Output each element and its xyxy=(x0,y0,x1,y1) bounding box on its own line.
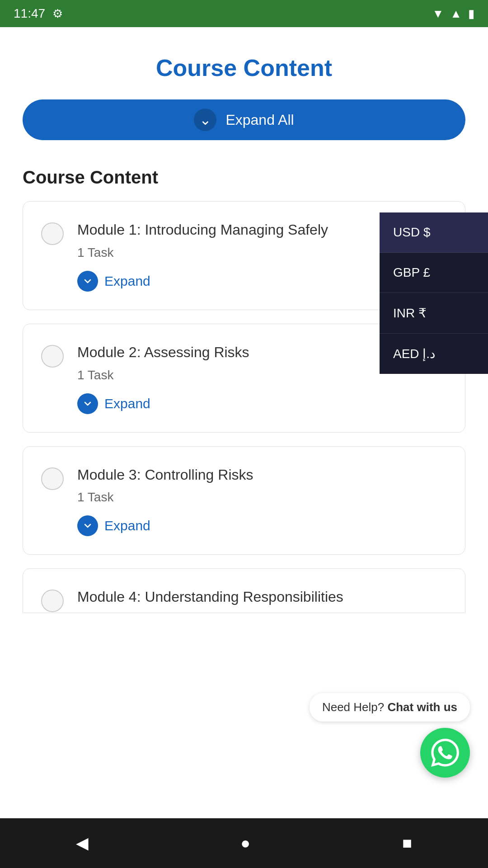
signal-icon: ▲ xyxy=(450,7,462,21)
whatsapp-tooltip-bold: Chat with us xyxy=(387,700,457,714)
module-task-3: 1 Task xyxy=(77,490,447,505)
module-header-4: Module 4: Understanding Responsibilities xyxy=(41,587,447,613)
currency-inr[interactable]: INR ₹ xyxy=(380,293,488,334)
expand-label-3: Expand xyxy=(104,518,150,533)
module-expand-row-2[interactable]: Expand xyxy=(77,393,447,414)
expand-icon-3 xyxy=(77,515,98,536)
recent-apps-button[interactable]: ■ xyxy=(398,829,417,857)
chevron-down-icon: ⌄ xyxy=(194,108,216,131)
back-button[interactable]: ◀ xyxy=(71,829,93,857)
expand-label-2: Expand xyxy=(104,396,150,411)
status-time: 11:47 xyxy=(14,6,45,21)
currency-usd[interactable]: USD $ xyxy=(380,212,488,253)
module-title-4: Module 4: Understanding Responsibilities xyxy=(77,587,447,607)
module-radio-3[interactable] xyxy=(41,467,64,490)
module-radio-4[interactable] xyxy=(41,590,64,612)
bottom-navigation: ◀ ● ■ xyxy=(0,818,488,868)
status-bar: 11:47 ⚙ ▼ ▲ ▮ xyxy=(0,0,488,27)
module-radio-2[interactable] xyxy=(41,345,64,368)
wifi-icon: ▼ xyxy=(432,7,444,21)
whatsapp-tooltip-text: Need Help? xyxy=(322,700,384,714)
home-button[interactable]: ● xyxy=(236,829,255,857)
currency-dropdown: USD $ GBP £ INR ₹ AED د.إ xyxy=(380,212,488,374)
whatsapp-fab-container: Need Help? Chat with us xyxy=(310,693,470,778)
expand-all-label: Expand All xyxy=(225,112,294,128)
expand-all-button[interactable]: ⌄ Expand All xyxy=(23,99,465,140)
module-radio-1[interactable] xyxy=(41,222,64,245)
expand-icon-2 xyxy=(77,393,98,414)
page-title: Course Content xyxy=(23,54,465,81)
module-header-3: Module 3: Controlling Risks 1 Task Expan… xyxy=(41,465,447,537)
module-info-4: Module 4: Understanding Responsibilities xyxy=(77,587,447,613)
status-bar-left: 11:47 ⚙ xyxy=(14,6,63,21)
currency-aed[interactable]: AED د.إ xyxy=(380,334,488,374)
expand-label-1: Expand xyxy=(104,274,150,289)
expand-icon-1 xyxy=(77,271,98,292)
whatsapp-button[interactable] xyxy=(420,728,470,778)
settings-icon: ⚙ xyxy=(52,7,63,21)
battery-icon: ▮ xyxy=(468,7,474,21)
section-heading: Course Content xyxy=(23,167,465,188)
whatsapp-tooltip: Need Help? Chat with us xyxy=(310,693,470,722)
module-card-4: Module 4: Understanding Responsibilities xyxy=(23,568,465,613)
module-expand-row-3[interactable]: Expand xyxy=(77,515,447,536)
module-card-3: Module 3: Controlling Risks 1 Task Expan… xyxy=(23,446,465,555)
module-title-3: Module 3: Controlling Risks xyxy=(77,465,447,485)
currency-gbp[interactable]: GBP £ xyxy=(380,253,488,293)
module-info-3: Module 3: Controlling Risks 1 Task Expan… xyxy=(77,465,447,537)
status-bar-right: ▼ ▲ ▮ xyxy=(432,7,474,21)
